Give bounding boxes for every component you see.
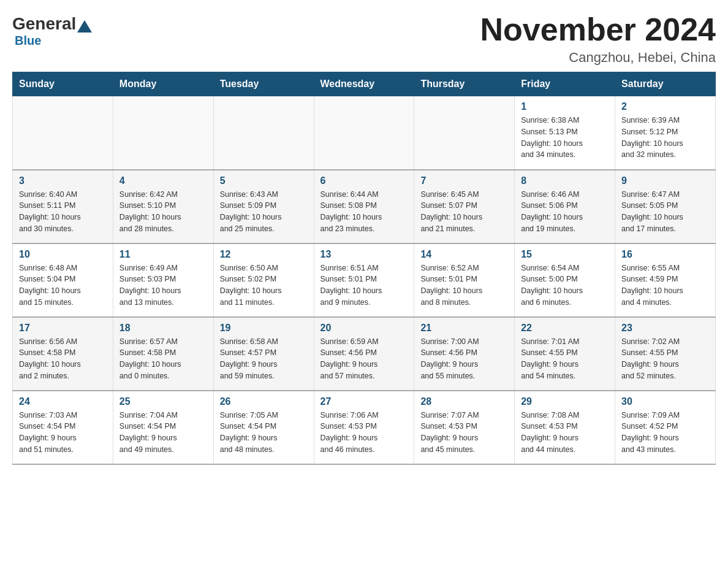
day-info: Sunrise: 7:06 AM Sunset: 4:53 PM Dayligh… — [320, 410, 408, 456]
day-info: Sunrise: 6:44 AM Sunset: 5:08 PM Dayligh… — [320, 189, 408, 235]
calendar-cell: 28Sunrise: 7:07 AM Sunset: 4:53 PM Dayli… — [414, 391, 515, 464]
calendar-cell: 15Sunrise: 6:54 AM Sunset: 5:00 PM Dayli… — [515, 243, 615, 317]
calendar-body: 1Sunrise: 6:38 AM Sunset: 5:13 PM Daylig… — [13, 96, 716, 464]
day-number: 30 — [621, 396, 709, 407]
calendar-table: SundayMondayTuesdayWednesdayThursdayFrid… — [12, 72, 716, 465]
calendar-cell: 23Sunrise: 7:02 AM Sunset: 4:55 PM Dayli… — [615, 317, 716, 391]
calendar-cell: 11Sunrise: 6:49 AM Sunset: 5:03 PM Dayli… — [113, 243, 213, 317]
calendar-cell — [113, 96, 213, 170]
day-number: 11 — [119, 249, 207, 260]
day-info: Sunrise: 7:01 AM Sunset: 4:55 PM Dayligh… — [521, 336, 609, 382]
calendar-cell: 27Sunrise: 7:06 AM Sunset: 4:53 PM Dayli… — [314, 391, 414, 464]
day-number: 24 — [19, 396, 107, 407]
calendar-cell: 13Sunrise: 6:51 AM Sunset: 5:01 PM Dayli… — [314, 243, 414, 317]
logo-general-text: General — [12, 15, 76, 33]
calendar-cell: 2Sunrise: 6:39 AM Sunset: 5:12 PM Daylig… — [615, 96, 716, 170]
day-number: 18 — [119, 323, 207, 334]
day-number: 27 — [320, 396, 408, 407]
day-info: Sunrise: 6:38 AM Sunset: 5:13 PM Dayligh… — [521, 115, 609, 161]
calendar-cell — [13, 96, 113, 170]
calendar-week-row: 24Sunrise: 7:03 AM Sunset: 4:54 PM Dayli… — [13, 391, 716, 464]
day-number: 9 — [621, 175, 709, 186]
day-number: 29 — [521, 396, 609, 407]
day-number: 16 — [621, 249, 709, 260]
weekday-header-friday: Friday — [515, 72, 615, 96]
day-number: 22 — [521, 323, 609, 334]
day-info: Sunrise: 6:48 AM Sunset: 5:04 PM Dayligh… — [19, 262, 107, 308]
weekday-header-wednesday: Wednesday — [314, 72, 414, 96]
calendar-cell: 24Sunrise: 7:03 AM Sunset: 4:54 PM Dayli… — [13, 391, 113, 464]
calendar-cell — [314, 96, 414, 170]
day-number: 12 — [220, 249, 308, 260]
day-info: Sunrise: 6:57 AM Sunset: 4:58 PM Dayligh… — [119, 336, 207, 382]
day-info: Sunrise: 7:09 AM Sunset: 4:52 PM Dayligh… — [621, 410, 709, 456]
calendar-cell — [414, 96, 515, 170]
day-number: 17 — [19, 323, 107, 334]
day-number: 2 — [621, 101, 709, 112]
calendar-cell: 21Sunrise: 7:00 AM Sunset: 4:56 PM Dayli… — [414, 317, 515, 391]
calendar-cell: 9Sunrise: 6:47 AM Sunset: 5:05 PM Daylig… — [615, 170, 716, 243]
logo: General Blue — [12, 12, 93, 48]
calendar-week-row: 3Sunrise: 6:40 AM Sunset: 5:11 PM Daylig… — [13, 170, 716, 243]
day-info: Sunrise: 6:42 AM Sunset: 5:10 PM Dayligh… — [119, 189, 207, 235]
calendar-cell — [213, 96, 314, 170]
day-number: 23 — [621, 323, 709, 334]
day-info: Sunrise: 6:58 AM Sunset: 4:57 PM Dayligh… — [220, 336, 308, 382]
day-number: 4 — [119, 175, 207, 186]
day-number: 15 — [521, 249, 609, 260]
calendar-cell: 6Sunrise: 6:44 AM Sunset: 5:08 PM Daylig… — [314, 170, 414, 243]
title-block: November 2024 Cangzhou, Hebei, China — [480, 12, 716, 66]
calendar-cell: 8Sunrise: 6:46 AM Sunset: 5:06 PM Daylig… — [515, 170, 615, 243]
calendar-cell: 29Sunrise: 7:08 AM Sunset: 4:53 PM Dayli… — [515, 391, 615, 464]
day-number: 25 — [119, 396, 207, 407]
calendar-week-row: 10Sunrise: 6:48 AM Sunset: 5:04 PM Dayli… — [13, 243, 716, 317]
weekday-header-row: SundayMondayTuesdayWednesdayThursdayFrid… — [13, 72, 716, 96]
day-number: 21 — [420, 323, 508, 334]
day-info: Sunrise: 6:56 AM Sunset: 4:58 PM Dayligh… — [19, 336, 107, 382]
calendar-cell: 3Sunrise: 6:40 AM Sunset: 5:11 PM Daylig… — [13, 170, 113, 243]
day-info: Sunrise: 7:00 AM Sunset: 4:56 PM Dayligh… — [420, 336, 508, 382]
weekday-header-monday: Monday — [113, 72, 213, 96]
weekday-header-tuesday: Tuesday — [213, 72, 314, 96]
day-info: Sunrise: 6:45 AM Sunset: 5:07 PM Dayligh… — [420, 189, 508, 235]
day-info: Sunrise: 7:07 AM Sunset: 4:53 PM Dayligh… — [420, 410, 508, 456]
day-info: Sunrise: 6:52 AM Sunset: 5:01 PM Dayligh… — [420, 262, 508, 308]
day-info: Sunrise: 6:50 AM Sunset: 5:02 PM Dayligh… — [220, 262, 308, 308]
calendar-week-row: 17Sunrise: 6:56 AM Sunset: 4:58 PM Dayli… — [13, 317, 716, 391]
calendar-cell: 16Sunrise: 6:55 AM Sunset: 4:59 PM Dayli… — [615, 243, 716, 317]
day-info: Sunrise: 6:54 AM Sunset: 5:00 PM Dayligh… — [521, 262, 609, 308]
calendar-cell: 12Sunrise: 6:50 AM Sunset: 5:02 PM Dayli… — [213, 243, 314, 317]
day-number: 10 — [19, 249, 107, 260]
day-number: 26 — [220, 396, 308, 407]
day-number: 6 — [320, 175, 408, 186]
calendar-week-row: 1Sunrise: 6:38 AM Sunset: 5:13 PM Daylig… — [13, 96, 716, 170]
day-info: Sunrise: 7:04 AM Sunset: 4:54 PM Dayligh… — [119, 410, 207, 456]
weekday-header-thursday: Thursday — [414, 72, 515, 96]
day-info: Sunrise: 6:59 AM Sunset: 4:56 PM Dayligh… — [320, 336, 408, 382]
month-year-title: November 2024 — [480, 12, 716, 47]
calendar-cell: 4Sunrise: 6:42 AM Sunset: 5:10 PM Daylig… — [113, 170, 213, 243]
day-number: 20 — [320, 323, 408, 334]
weekday-header-sunday: Sunday — [13, 72, 113, 96]
calendar-cell: 30Sunrise: 7:09 AM Sunset: 4:52 PM Dayli… — [615, 391, 716, 464]
day-number: 3 — [19, 175, 107, 186]
page-header: General Blue November 2024 Cangzhou, Heb… — [12, 12, 716, 66]
location-subtitle: Cangzhou, Hebei, China — [480, 50, 716, 66]
day-info: Sunrise: 7:08 AM Sunset: 4:53 PM Dayligh… — [521, 410, 609, 456]
calendar-cell: 19Sunrise: 6:58 AM Sunset: 4:57 PM Dayli… — [213, 317, 314, 391]
day-info: Sunrise: 6:46 AM Sunset: 5:06 PM Dayligh… — [521, 189, 609, 235]
day-info: Sunrise: 6:43 AM Sunset: 5:09 PM Dayligh… — [220, 189, 308, 235]
calendar-cell: 17Sunrise: 6:56 AM Sunset: 4:58 PM Dayli… — [13, 317, 113, 391]
calendar-cell: 20Sunrise: 6:59 AM Sunset: 4:56 PM Dayli… — [314, 317, 414, 391]
day-number: 28 — [420, 396, 508, 407]
day-info: Sunrise: 7:02 AM Sunset: 4:55 PM Dayligh… — [621, 336, 709, 382]
logo-blue-text: Blue — [15, 34, 41, 48]
calendar-cell: 1Sunrise: 6:38 AM Sunset: 5:13 PM Daylig… — [515, 96, 615, 170]
day-info: Sunrise: 6:55 AM Sunset: 4:59 PM Dayligh… — [621, 262, 709, 308]
calendar-cell: 5Sunrise: 6:43 AM Sunset: 5:09 PM Daylig… — [213, 170, 314, 243]
day-info: Sunrise: 7:03 AM Sunset: 4:54 PM Dayligh… — [19, 410, 107, 456]
day-number: 19 — [220, 323, 308, 334]
day-number: 7 — [420, 175, 508, 186]
calendar-cell: 25Sunrise: 7:04 AM Sunset: 4:54 PM Dayli… — [113, 391, 213, 464]
day-info: Sunrise: 6:40 AM Sunset: 5:11 PM Dayligh… — [19, 189, 107, 235]
